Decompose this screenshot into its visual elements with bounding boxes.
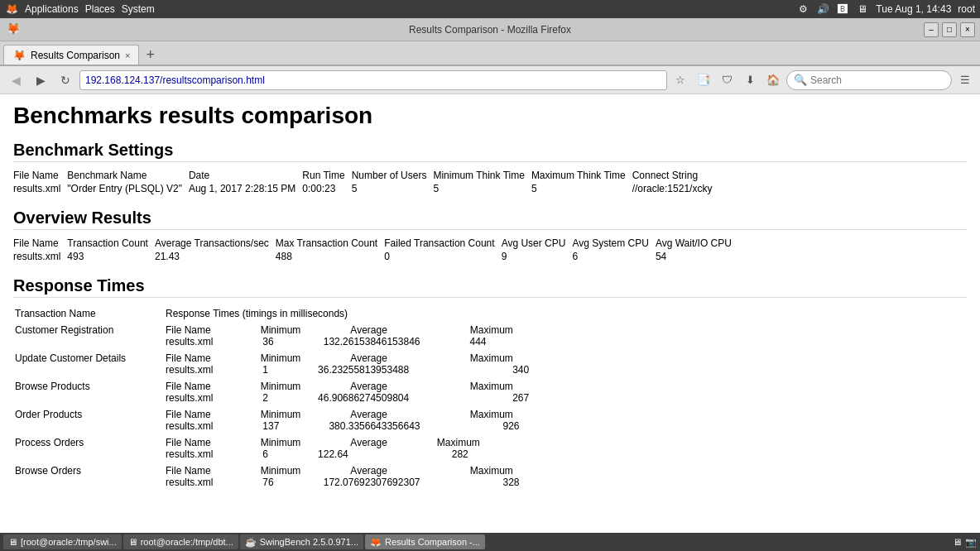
tx-data-browse-products: File Name Minimum Average Maximum result…: [166, 379, 965, 405]
terminal1-label: [root@oracle:/tmp/swi...: [21, 537, 117, 547]
terminal2-icon: 🖥: [128, 537, 137, 547]
rt-filename: results.xml: [166, 364, 213, 376]
table-row: Process Orders File Name Minimum Average…: [15, 435, 965, 462]
rt-max: 328: [503, 477, 520, 488]
or-avgtx: 21.43: [155, 250, 276, 263]
system-bar: 🦊 Applications Places System ⚙ 🔊 🅱 🖥 Tue…: [0, 0, 980, 18]
or-th-failedtx: Failed Transaction Count: [384, 237, 501, 250]
rt-filename: results.xml: [166, 420, 213, 432]
rt-avg: 46.90686274509804: [318, 392, 409, 404]
rt-th-max: Maximum: [470, 324, 513, 336]
rt-col-headers: File Name Minimum Average Maximum: [166, 324, 965, 336]
taskbar-item-terminal2[interactable]: 🖥 root@oracle:/tmp/dbt...: [123, 534, 238, 549]
rt-th-max: Maximum: [470, 465, 513, 477]
rt-th-avg: Average: [350, 437, 387, 448]
tx-name-order-products: Order Products: [15, 407, 164, 434]
tx-data-update-customer: File Name Minimum Average Maximum result…: [166, 351, 965, 377]
window-controls[interactable]: – □ ×: [924, 22, 975, 37]
or-th-avgtx: Average Transactions/sec: [155, 237, 276, 250]
system-bar-right: ⚙ 🔊 🅱 🖥 Tue Aug 1, 14:43 root: [796, 2, 975, 16]
or-failedtx: 0: [384, 250, 501, 263]
overview-data-row: results.xml 493 21.43 488 0 9 6 54: [13, 250, 738, 263]
th-connect: Connect String: [632, 169, 719, 182]
bs-filename: results.xml: [13, 182, 67, 195]
rt-row-customer-reg: results.xml 36 132.26153846153846 444: [166, 336, 965, 347]
home-button[interactable]: 🏠: [763, 70, 783, 90]
volume-icon: 🔊: [816, 2, 829, 16]
minimize-button[interactable]: –: [924, 22, 939, 37]
rt-th-max: Maximum: [470, 352, 513, 364]
system-bar-left: 🦊 Applications Places System: [5, 2, 155, 16]
rt-min: 76: [262, 477, 273, 488]
firefox-taskbar-icon: 🦊: [5, 2, 18, 16]
tx-name-process-orders: Process Orders: [15, 435, 164, 462]
rt-filename: results.xml: [166, 477, 213, 488]
rt-th-filename: File Name: [166, 409, 211, 420]
window-title: Results Comparison - Mozilla Firefox: [409, 24, 571, 36]
rt-avg: 172.07692307692307: [324, 477, 420, 488]
bookmark-star-button[interactable]: ☆: [670, 70, 690, 90]
response-times-title: Response Times: [13, 276, 967, 298]
rt-th-min: Minimum: [261, 437, 301, 448]
menu-button[interactable]: ☰: [955, 70, 975, 90]
overview-results-table: File Name Transaction Count Average Tran…: [13, 237, 738, 263]
places-menu[interactable]: Places: [85, 3, 115, 15]
firefox-taskbar-icon2: 🦊: [370, 537, 382, 548]
benchmark-settings-title: Benchmark Settings: [13, 141, 967, 162]
th-date: Date: [189, 169, 302, 182]
rt-th-timings: Response Times (timings in milliseconds): [166, 306, 965, 321]
or-th-avguser: Avg User CPU: [502, 237, 573, 250]
taskbar: 🖥 [root@oracle:/tmp/swi... 🖥 root@oracle…: [0, 533, 980, 551]
rt-th-filename: File Name: [166, 381, 211, 392]
rt-th-avg: Average: [350, 381, 387, 392]
rt-avg: 122.64: [318, 448, 348, 460]
rt-th-avg: Average: [350, 465, 387, 477]
th-minthink: Minimum Think Time: [433, 169, 531, 182]
taskbar-item-terminal1[interactable]: 🖥 [root@oracle:/tmp/swi...: [3, 534, 122, 549]
tab-close-button[interactable]: ×: [125, 50, 130, 60]
rt-filename: results.xml: [166, 392, 213, 404]
shield-button[interactable]: 🛡: [717, 70, 737, 90]
or-avguser: 9: [502, 250, 573, 263]
tab-results-comparison[interactable]: 🦊 Results Comparison ×: [3, 45, 139, 65]
new-tab-button[interactable]: +: [139, 45, 161, 65]
rt-max: 926: [503, 420, 520, 432]
bs-users: 5: [352, 182, 434, 195]
url-bar[interactable]: [79, 70, 667, 90]
rt-avg: 380.3356643356643: [329, 420, 420, 432]
rt-col-headers-2: File Name Minimum Average Maximum: [166, 352, 965, 364]
network-icon: 🖥: [856, 2, 869, 16]
rt-filename: results.xml: [166, 336, 213, 347]
bookmark-list-button[interactable]: 📑: [694, 70, 713, 90]
system-menu[interactable]: System: [122, 3, 155, 15]
taskbar-item-swingbench[interactable]: ☕ SwingBench 2.5.0.971...: [240, 534, 363, 549]
or-th-maxtx: Max Transaction Count: [276, 237, 384, 250]
apps-menu[interactable]: Applications: [25, 3, 79, 15]
rt-th-filename: File Name: [166, 465, 211, 477]
back-button[interactable]: ◀: [5, 69, 26, 91]
maximize-button[interactable]: □: [942, 22, 957, 37]
taskbar-item-firefox[interactable]: 🦊 Results Comparison -...: [365, 534, 485, 549]
overview-header-row: File Name Transaction Count Average Tran…: [13, 237, 738, 250]
forward-button[interactable]: ▶: [30, 69, 51, 91]
rt-avg: 132.26153846153846: [324, 336, 420, 347]
table-row: Customer Registration File Name Minimum …: [15, 323, 965, 349]
bs-minthink: 5: [433, 182, 531, 195]
response-times-table: Transaction Name Response Times (timings…: [13, 304, 967, 491]
rt-avg: 36.23255813953488: [318, 364, 409, 376]
rt-col-headers-5: File Name Minimum Average Maximum: [166, 437, 965, 448]
search-input[interactable]: [810, 74, 943, 86]
rt-max: 267: [512, 392, 529, 404]
taskbar-icon2: 📷: [965, 537, 977, 548]
reload-button[interactable]: ↻: [55, 69, 76, 91]
page-title: Benchmarks results comparison: [13, 103, 967, 129]
or-th-filename: File Name: [13, 237, 67, 250]
th-filename: File Name: [13, 169, 67, 182]
titlebar: 🦊 Results Comparison - Mozilla Firefox –…: [0, 18, 980, 41]
rt-th-filename: File Name: [166, 324, 211, 336]
close-button[interactable]: ×: [960, 22, 975, 37]
th-benchname: Benchmark Name: [67, 169, 189, 182]
download-button[interactable]: ⬇: [740, 70, 760, 90]
rt-row-update-customer: results.xml 1 36.23255813953488 340: [166, 364, 965, 376]
table-row: Order Products File Name Minimum Average…: [15, 407, 965, 434]
